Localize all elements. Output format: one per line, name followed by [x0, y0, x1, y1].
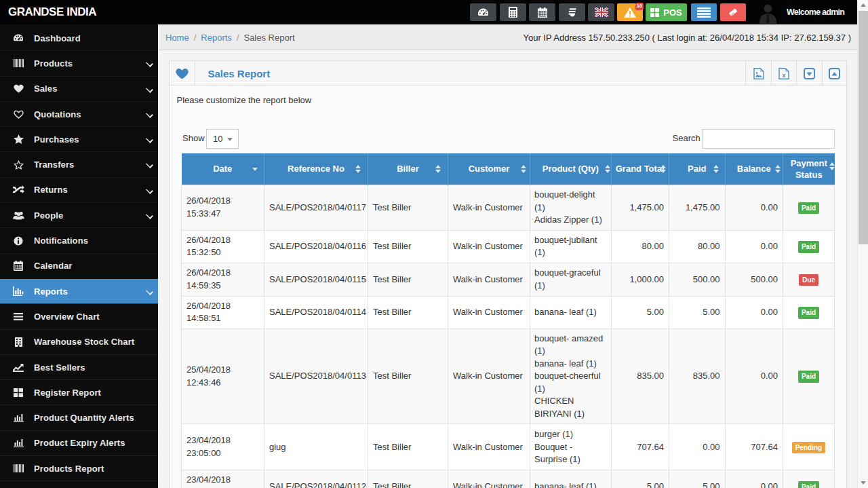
svg-text:x: x — [783, 71, 786, 78]
